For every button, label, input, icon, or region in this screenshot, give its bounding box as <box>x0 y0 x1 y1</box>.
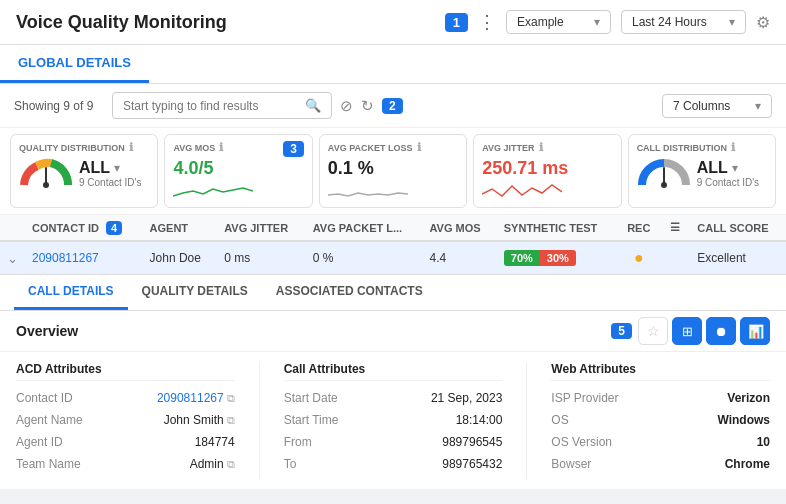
call-gauge <box>637 158 691 188</box>
chart-button[interactable]: 📊 <box>740 317 770 345</box>
detail-tab-associated[interactable]: ASSOCIATED CONTACTS <box>262 275 437 310</box>
grid-button[interactable]: ⊞ <box>672 317 702 345</box>
expand-btn[interactable]: ⌄ <box>0 241 24 274</box>
info-icon-cd[interactable]: ℹ <box>731 141 735 154</box>
avg-mos-cell: 4.4 <box>421 241 495 274</box>
call-row-1: Start Time 18:14:00 <box>284 413 503 427</box>
copy-icon-1[interactable]: ⧉ <box>227 414 235 427</box>
tab-global-details[interactable]: GLOBAL DETAILS <box>0 45 149 83</box>
col-synthetic[interactable]: SYNTHETIC TEST <box>496 215 617 241</box>
divider-1 <box>259 362 260 479</box>
quality-dist-arrow[interactable]: ▾ <box>114 161 120 175</box>
call-dist-label: CALL DISTRIBUTION <box>637 143 727 153</box>
copy-icon-3[interactable]: ⧉ <box>227 458 235 471</box>
svg-point-3 <box>661 182 667 188</box>
acd-key-0: Contact ID <box>16 391 73 405</box>
contact-id-cell: 2090811267 <box>24 241 142 274</box>
menu-cell[interactable] <box>660 241 689 274</box>
call-dist-arrow[interactable]: ▾ <box>732 161 738 175</box>
synth-bar: 70% 30% <box>504 250 576 266</box>
overview-title: Overview <box>16 323 611 339</box>
acd-val-0[interactable]: 2090811267 <box>157 391 224 405</box>
acd-section: ACD Attributes Contact ID 2090811267 ⧉ A… <box>16 362 251 479</box>
search-input[interactable] <box>123 99 299 113</box>
web-row-0: ISP Provider Verizon <box>551 391 770 405</box>
col-expand <box>0 215 24 241</box>
badge-4: 4 <box>106 221 122 235</box>
call-key-0: Start Date <box>284 391 338 405</box>
acd-row-2: Agent ID 184774 <box>16 435 235 449</box>
quality-dist-sub: 9 Contact ID's <box>79 177 142 188</box>
metrics-row: QUALITY DISTRIBUTION ℹ ALL ▾ 9 Contact I… <box>0 128 786 215</box>
metric-avg-packet-loss: AVG PACKET LOSS ℹ 0.1 % <box>319 134 467 208</box>
info-icon-aj[interactable]: ℹ <box>539 141 543 154</box>
col-avg-packet[interactable]: AVG PACKET L... <box>305 215 422 241</box>
col-rec[interactable]: REC <box>617 215 660 241</box>
detail-tab-call[interactable]: CALL DETAILS <box>14 275 128 310</box>
rec-cell[interactable]: ● <box>617 241 660 274</box>
header: Voice Quality Monitoring 1 ⋮ Example ▾ L… <box>0 0 786 45</box>
call-score-cell: Excellent <box>689 241 786 274</box>
col-menu[interactable]: ☰ <box>660 215 689 241</box>
call-val-3: 989765432 <box>442 457 502 471</box>
svg-point-1 <box>43 182 49 188</box>
avg-packet-loss-value: 0.1 % <box>328 158 374 179</box>
example-label: Example <box>517 15 564 29</box>
badge-5: 5 <box>611 323 632 339</box>
time-range-dropdown[interactable]: Last 24 Hours ▾ <box>621 10 746 34</box>
acd-title: ACD Attributes <box>16 362 235 381</box>
call-dist-value: ALL <box>697 159 728 177</box>
synth-red: 30% <box>540 250 576 266</box>
search-box[interactable]: 🔍 <box>112 92 332 119</box>
call-val-2: 989796545 <box>442 435 502 449</box>
info-icon-apl[interactable]: ℹ <box>417 141 421 154</box>
col-contact-id[interactable]: CONTACT ID 4 <box>24 215 142 241</box>
acd-row-1: Agent Name John Smith ⧉ <box>16 413 235 427</box>
filter-icon[interactable]: ⚙ <box>756 13 770 32</box>
columns-label: 7 Columns <box>673 99 730 113</box>
call-section: Call Attributes Start Date 21 Sep, 2023 … <box>268 362 519 479</box>
call-row-2: From 989796545 <box>284 435 503 449</box>
example-dropdown[interactable]: Example ▾ <box>506 10 611 34</box>
toolbar: Showing 9 of 9 🔍 ⊘ ↻ 2 7 Columns ▾ <box>0 84 786 128</box>
web-section: Web Attributes ISP Provider Verizon OS W… <box>535 362 770 479</box>
more-options-icon[interactable]: ⋮ <box>478 11 496 33</box>
columns-dropdown[interactable]: 7 Columns ▾ <box>662 94 772 118</box>
call-dist-sub: 9 Contact ID's <box>697 177 760 188</box>
acd-row-0: Contact ID 2090811267 ⧉ <box>16 391 235 405</box>
acd-val-3: Admin <box>190 457 224 471</box>
filter-icon2[interactable]: ⊘ <box>340 97 353 115</box>
mos-sparkline <box>173 181 253 201</box>
detail-tab-quality[interactable]: QUALITY DETAILS <box>128 275 262 310</box>
web-key-1: OS <box>551 413 568 427</box>
refresh-icon[interactable]: ↻ <box>361 97 374 115</box>
acd-key-3: Team Name <box>16 457 81 471</box>
record-button[interactable]: ⏺ <box>706 317 736 345</box>
detail-tabs-bar: CALL DETAILS QUALITY DETAILS ASSOCIATED … <box>0 275 786 311</box>
agent-cell: John Doe <box>142 241 217 274</box>
col-agent[interactable]: AGENT <box>142 215 217 241</box>
call-row-3: To 989765432 <box>284 457 503 471</box>
avg-jitter-cell: 0 ms <box>216 241 305 274</box>
badge-2: 2 <box>382 98 403 114</box>
detail-content: ACD Attributes Contact ID 2090811267 ⧉ A… <box>0 352 786 489</box>
info-icon-mos[interactable]: ℹ <box>219 141 223 154</box>
metric-quality-dist: QUALITY DISTRIBUTION ℹ ALL ▾ 9 Contact I… <box>10 134 158 208</box>
table-row[interactable]: ⌄ 2090811267 John Doe 0 ms 0 % 4.4 70% 3… <box>0 241 786 274</box>
col-avg-mos[interactable]: AVG MOS <box>421 215 495 241</box>
overview-row: Overview 5 ☆ ⊞ ⏺ 📊 <box>0 311 786 352</box>
call-title: Call Attributes <box>284 362 503 381</box>
avg-jitter-value: 250.71 ms <box>482 158 568 179</box>
time-range-label: Last 24 Hours <box>632 15 707 29</box>
col-call-score[interactable]: CALL SCORE <box>689 215 786 241</box>
info-icon-qd[interactable]: ℹ <box>129 141 133 154</box>
web-val-0: Verizon <box>727 391 770 405</box>
metric-avg-mos: AVG MOS ℹ 4.0/5 3 <box>164 134 312 208</box>
copy-icon-0[interactable]: ⧉ <box>227 392 235 405</box>
avg-jitter-label: AVG JITTER <box>482 143 534 153</box>
web-key-0: ISP Provider <box>551 391 618 405</box>
chevron-down-icon2: ▾ <box>729 15 735 29</box>
divider-2 <box>526 362 527 479</box>
favorite-button[interactable]: ☆ <box>638 317 668 345</box>
col-avg-jitter[interactable]: AVG JITTER <box>216 215 305 241</box>
